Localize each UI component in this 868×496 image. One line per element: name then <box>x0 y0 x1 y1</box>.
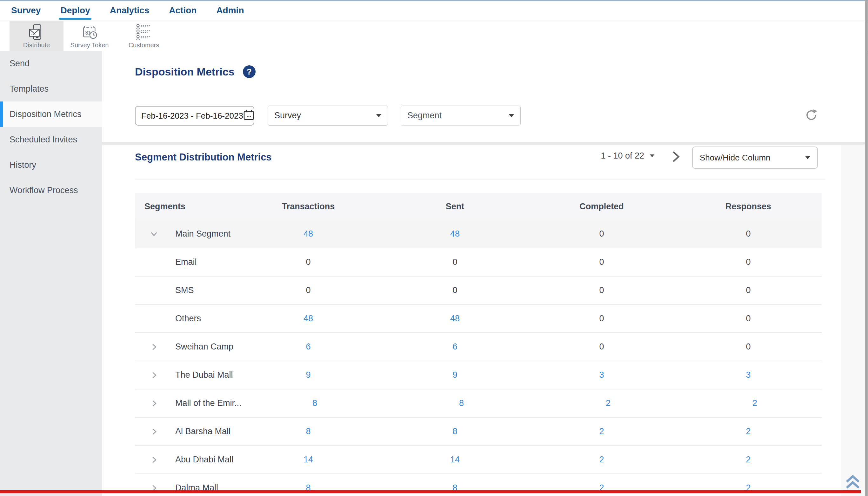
metrics-card: Segment Distribution Metrics 1 - 10 of 2… <box>102 145 841 496</box>
next-page-button[interactable] <box>670 150 682 163</box>
sidebar-item-workflow-process[interactable]: Workflow Process <box>0 177 102 203</box>
segment-select[interactable]: Segment <box>401 106 521 126</box>
metric-value[interactable]: 6 <box>306 342 311 351</box>
tab-distribute[interactable]: Distribute <box>10 21 63 51</box>
column-header-transactions: Transactions <box>235 202 381 212</box>
table-row[interactable]: Mall of the Emir...8822 <box>135 389 822 418</box>
metric-value[interactable]: 48 <box>303 314 313 323</box>
right-margin <box>841 145 865 496</box>
metric-value[interactable]: 48 <box>450 314 460 323</box>
segment-name: Al Barsha Mall <box>175 427 230 436</box>
chevron-down-icon <box>650 154 654 157</box>
tab-customers[interactable]: Customers <box>117 21 171 51</box>
metric-value: 0 <box>599 257 604 267</box>
sidebar-item-disposition-metrics[interactable]: Disposition Metrics <box>0 102 102 127</box>
pagination-range: 1 - 10 of 22 <box>601 151 644 161</box>
metric-value[interactable]: 2 <box>606 398 611 408</box>
pagination-dropdown[interactable]: 1 - 10 of 22 <box>591 151 654 161</box>
expand-right-icon[interactable] <box>149 342 162 352</box>
expand-right-icon[interactable] <box>149 399 162 408</box>
deploy-toolbar: Distribute 31 Survey Token <box>0 21 868 51</box>
table-row[interactable]: Email0000 <box>135 248 822 277</box>
expand-right-icon[interactable] <box>149 370 162 380</box>
divider <box>135 179 825 180</box>
metric-value[interactable]: 2 <box>752 398 757 408</box>
metric-value[interactable]: 8 <box>312 398 317 408</box>
table-row[interactable]: The Dubai Mall9933 <box>135 361 822 389</box>
tab-survey-token[interactable]: 31 Survey Token <box>62 21 117 51</box>
main-nav: Survey Deploy Analytics Action Admin <box>0 1 868 21</box>
expand-right-icon[interactable] <box>149 455 162 465</box>
metric-value[interactable]: 14 <box>303 455 313 464</box>
table-row[interactable]: Others484800 <box>135 305 822 333</box>
metric-value[interactable]: 48 <box>450 229 460 238</box>
chevron-down-icon <box>376 114 381 117</box>
sidebar-item-history[interactable]: History <box>0 152 102 177</box>
table-row[interactable]: Main Segment484800 <box>135 220 822 248</box>
red-indicator-line <box>0 490 861 493</box>
metric-value[interactable]: 14 <box>450 455 460 464</box>
metric-value[interactable]: 6 <box>452 342 457 351</box>
metric-value[interactable]: 2 <box>746 455 750 464</box>
sidebar-item-send[interactable]: Send <box>0 51 102 76</box>
metric-value[interactable]: 48 <box>303 229 313 238</box>
segment-name: Mall of the Emir... <box>175 398 242 408</box>
metric-value[interactable]: 2 <box>599 455 604 464</box>
sidebar-item-templates[interactable]: Templates <box>0 76 102 102</box>
calendar-icon[interactable] <box>243 109 255 122</box>
show-hide-column-label: Show/Hide Column <box>700 153 805 163</box>
calendar-clock-icon: 31 <box>81 23 98 41</box>
metric-value[interactable]: 8 <box>306 427 311 436</box>
column-header-completed: Completed <box>528 202 675 212</box>
page-title: Disposition Metrics <box>135 66 235 78</box>
table-row[interactable]: Al Barsha Mall8822 <box>135 418 822 446</box>
metric-value: 0 <box>746 342 750 351</box>
segment-name: Sweihan Camp <box>175 342 233 352</box>
show-hide-column-button[interactable]: Show/Hide Column <box>692 146 818 169</box>
metric-value: 0 <box>746 229 750 238</box>
survey-select-value: Survey <box>274 111 376 121</box>
expand-right-icon[interactable] <box>149 427 162 436</box>
metric-value[interactable]: 9 <box>452 370 457 379</box>
metric-value[interactable]: 8 <box>459 398 464 408</box>
nav-item-action[interactable]: Action <box>169 1 196 21</box>
sidebar-item-scheduled-invites[interactable]: Scheduled Invites <box>0 127 102 152</box>
metric-value: 0 <box>746 314 750 323</box>
sidebar: Send Templates Disposition Metrics Sched… <box>0 51 102 496</box>
table-row[interactable]: SMS0000 <box>135 277 822 305</box>
expand-down-icon[interactable] <box>149 229 162 239</box>
table-body: Main Segment484800Email0000SMS0000Others… <box>135 220 822 496</box>
section-title: Segment Distribution Metrics <box>135 152 272 163</box>
metric-value[interactable]: 2 <box>746 427 750 436</box>
segment-name: Abu Dhabi Mall <box>175 455 233 465</box>
metric-value[interactable]: 2 <box>599 427 604 436</box>
nav-item-analytics[interactable]: Analytics <box>110 1 150 21</box>
metric-value[interactable]: 9 <box>306 370 311 379</box>
metric-value[interactable]: 8 <box>452 427 457 436</box>
table-row[interactable]: Sweihan Camp6600 <box>135 333 822 361</box>
metric-value: 0 <box>599 229 604 238</box>
nav-item-admin[interactable]: Admin <box>216 1 244 21</box>
refresh-icon[interactable] <box>805 108 819 122</box>
segment-metrics-table: Segments Transactions Sent Completed Res… <box>135 193 822 496</box>
chevron-down-icon <box>805 156 810 159</box>
metric-value: 0 <box>306 285 311 295</box>
help-icon[interactable]: ? <box>243 65 256 78</box>
filters-card: Disposition Metrics ? Feb-16-2023 - Feb-… <box>102 51 866 143</box>
segment-name: Others <box>175 314 201 324</box>
vertical-scrollbar[interactable] <box>865 0 868 496</box>
column-header-sent: Sent <box>381 202 528 212</box>
table-header-row: Segments Transactions Sent Completed Res… <box>135 193 822 220</box>
metric-value: 0 <box>599 342 604 351</box>
survey-select[interactable]: Survey <box>268 106 388 126</box>
segment-name: The Dubai Mall <box>175 370 233 380</box>
metric-value[interactable]: 3 <box>599 370 604 379</box>
table-row[interactable]: Abu Dhabi Mall141422 <box>135 446 822 474</box>
metric-value[interactable]: 3 <box>746 370 750 379</box>
date-range-input[interactable]: Feb-16-2023 - Feb-16-2023 <box>135 106 254 126</box>
metric-value: 0 <box>452 285 457 295</box>
metric-value: 0 <box>306 257 311 267</box>
nav-item-survey[interactable]: Survey <box>11 1 41 21</box>
nav-item-deploy[interactable]: Deploy <box>60 1 90 21</box>
scroll-to-top-icon[interactable] <box>844 472 862 490</box>
